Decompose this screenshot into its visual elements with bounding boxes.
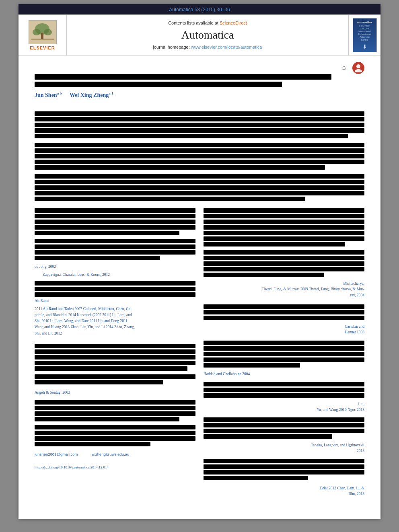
left-line xyxy=(35,400,195,405)
chen-link[interactable]: Chen, Lam, Li, &Shu, 2013 xyxy=(337,486,364,496)
header-center: Contents lists available at ScienceDirec… xyxy=(67,15,348,55)
ref-2011-block: 2011 Ait Rami and Tadeo 2007 Colaneri, M… xyxy=(35,306,195,337)
two-column-layout: de Jong, 2002 Zappavigna, Charalambous, … xyxy=(35,208,364,499)
abstract-line xyxy=(35,128,364,133)
title-line-1 xyxy=(35,74,331,80)
left-line xyxy=(35,406,195,410)
right-line xyxy=(204,267,364,271)
right-line xyxy=(204,459,364,463)
ref-liu-yu: Liu,Yu, and Wang 2010 Ngoc 2013 xyxy=(204,401,364,413)
right-line xyxy=(204,214,364,218)
left-line xyxy=(35,225,195,230)
author1-name: Jun Shen xyxy=(35,92,57,98)
left-line xyxy=(35,220,195,224)
zhao-link[interactable]: Zhao, Liu, Yin, and Li 2014 xyxy=(70,325,113,329)
left-line xyxy=(35,256,160,260)
header-cover: automatica a journal ofIFAC, the Interna… xyxy=(348,15,380,55)
zappavigna-link[interactable]: Zappavigna, Charalambous, & Knorn, 2012 xyxy=(43,273,110,277)
email2-link[interactable]: w.zheng@uws.edu.au xyxy=(92,452,129,456)
ref-castelan: Castelan andHennet 1993 xyxy=(204,324,364,335)
left-line xyxy=(35,239,195,243)
aitrami-link[interactable]: Ait Rami xyxy=(35,299,49,303)
wanghuang-link[interactable]: Wang and Huang 2013 xyxy=(35,325,70,329)
logo-tree-image xyxy=(29,20,57,44)
castelan-link[interactable]: Castelan andHennet 1993 xyxy=(345,325,364,334)
ngoc-link[interactable]: Ngoc 2013 xyxy=(348,408,364,412)
top-icons: ✩ xyxy=(341,62,364,74)
right-column: Bhattacharya,Tiwari, Fung, & Murray, 200… xyxy=(204,208,364,499)
right-line xyxy=(204,434,332,439)
homepage-prefix: journal homepage: xyxy=(153,45,190,49)
abstract-section xyxy=(35,111,364,201)
top-bar: Automatica 53 (2015) 30–36 xyxy=(19,4,380,14)
sciencedirect-link[interactable]: ScienceDirect xyxy=(220,21,247,25)
dejong-link[interactable]: de Jong, 2002 xyxy=(35,265,56,269)
cover-subtitle: a journal ofIFAC, the InternationalFeder… xyxy=(354,25,375,42)
body-line xyxy=(35,191,364,195)
cover-image: automatica a journal ofIFAC, the Interna… xyxy=(353,18,377,52)
abstract-line xyxy=(35,160,364,164)
doi-link[interactable]: http://dx.doi.org/10.1016/j.automatica.2… xyxy=(35,465,109,469)
right-line xyxy=(204,316,364,320)
haddad-link[interactable]: Haddad and Chellaboina 2004 xyxy=(204,372,250,376)
left-line xyxy=(35,355,195,359)
abstract-line xyxy=(35,117,364,121)
ref-briat-chen: Briat 2013 Chen, Lam, Li, &Shu, 2013 xyxy=(204,485,364,497)
elsevier-label: ELSEVIER xyxy=(30,45,55,50)
body-line xyxy=(35,180,364,184)
email1-link[interactable]: junshen2009@gmail.com xyxy=(35,452,78,456)
liudang-link[interactable]: Liu and Dang 2011 xyxy=(98,319,128,323)
left-line xyxy=(35,287,195,291)
author2-link[interactable]: Wei Xing Zhenga 1 xyxy=(70,92,113,98)
abstract-line xyxy=(35,123,364,127)
tree-svg xyxy=(29,21,56,43)
abstract-line xyxy=(35,111,364,116)
journal-ref: Automatica 53 (2015) 30–36 xyxy=(169,7,230,12)
author1-link[interactable]: Jun Shena b xyxy=(35,92,63,98)
briat-link[interactable]: Briat 2013 xyxy=(320,486,336,490)
left-line xyxy=(35,436,195,441)
right-line xyxy=(204,388,364,392)
tanaka-link[interactable]: Tanaka, Langbort, and Ugrinovskii2013 xyxy=(311,443,364,453)
journal-homepage: journal homepage: www.elsevier.com/locat… xyxy=(153,45,262,49)
angeli-link[interactable]: Angeli & Sontag, 2003 xyxy=(35,390,70,394)
body-line xyxy=(35,185,364,190)
tiwari-link[interactable]: Tiwari, Fung, Bhattacharya, & Mur-ray, 2… xyxy=(309,287,364,297)
right-line xyxy=(204,417,364,422)
contents-prefix: Contents lists available at xyxy=(168,21,218,25)
right-line xyxy=(204,236,364,241)
abstract-line xyxy=(35,154,364,158)
right-line xyxy=(204,225,364,230)
author2-name: Wei Xing Zheng xyxy=(70,92,109,98)
ref-aitrami-block: Ait Rami xyxy=(35,298,195,304)
right-line xyxy=(204,352,364,356)
left-line xyxy=(35,292,195,297)
homepage-url[interactable]: www.elsevier.com/locate/automatica xyxy=(191,45,262,49)
left-line xyxy=(35,380,163,384)
right-line xyxy=(204,476,308,480)
header-area: ELSEVIER Contents lists available at Sci… xyxy=(19,14,380,55)
aitrami-tadeo-link[interactable]: Ait Rami and Tadeo 2007 xyxy=(43,307,82,311)
title-lines xyxy=(35,74,364,87)
left-line xyxy=(35,281,195,286)
right-line xyxy=(204,346,364,351)
right-line xyxy=(204,273,324,277)
left-line xyxy=(35,244,195,249)
author2-sup: a 1 xyxy=(109,91,113,95)
right-line xyxy=(204,429,364,433)
ref-bhattacharya: Bhattacharya,Tiwari, Fung, & Murray, 200… xyxy=(204,281,364,298)
ref-haddad: Haddad and Chellaboina 2004 xyxy=(204,371,364,377)
star-icon: ✩ xyxy=(341,64,347,72)
abstract-line xyxy=(35,134,348,138)
right-line xyxy=(204,310,364,314)
right-line xyxy=(204,250,364,255)
cover-title: automatica xyxy=(357,21,372,24)
kaczorek-link[interactable]: Kaczorek (2002 2011) xyxy=(77,313,111,317)
left-line xyxy=(35,250,195,255)
title-line-2 xyxy=(35,82,282,87)
lilam2-link[interactable]: Li, Lam, Wang, and Date 2011 xyxy=(50,319,97,323)
svg-point-7 xyxy=(355,69,362,72)
body-line xyxy=(35,174,364,179)
body-line xyxy=(35,197,305,201)
cover-bottom-icon: ⬇ xyxy=(362,43,367,50)
